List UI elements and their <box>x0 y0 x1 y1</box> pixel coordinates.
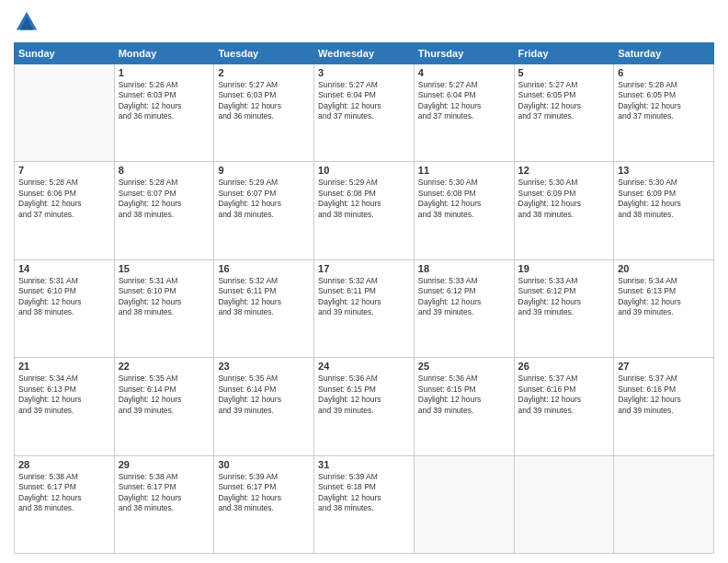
cell-info: Sunrise: 5:31 AM Sunset: 6:10 PM Dayligh… <box>119 276 210 318</box>
calendar-week-4: 28Sunrise: 5:38 AM Sunset: 6:17 PM Dayli… <box>15 455 714 553</box>
calendar-cell: 14Sunrise: 5:31 AM Sunset: 6:10 PM Dayli… <box>15 259 115 357</box>
cell-info: Sunrise: 5:32 AM Sunset: 6:11 PM Dayligh… <box>318 276 410 318</box>
calendar-cell: 31Sunrise: 5:39 AM Sunset: 6:18 PM Dayli… <box>314 455 415 553</box>
calendar-cell <box>614 455 714 553</box>
cell-info: Sunrise: 5:31 AM Sunset: 6:10 PM Dayligh… <box>18 276 110 318</box>
cell-day-number: 25 <box>418 361 510 372</box>
cell-info: Sunrise: 5:28 AM Sunset: 6:06 PM Dayligh… <box>18 178 110 220</box>
calendar-cell: 20Sunrise: 5:34 AM Sunset: 6:13 PM Dayli… <box>614 259 714 357</box>
cell-day-number: 13 <box>618 165 710 176</box>
calendar-cell: 25Sunrise: 5:36 AM Sunset: 6:15 PM Dayli… <box>414 358 514 455</box>
cell-day-number: 31 <box>318 459 410 470</box>
day-header-saturday: Saturday <box>614 43 714 64</box>
calendar-cell: 24Sunrise: 5:36 AM Sunset: 6:15 PM Dayli… <box>314 358 415 455</box>
cell-day-number: 26 <box>518 361 610 372</box>
cell-day-number: 22 <box>119 361 210 372</box>
cell-info: Sunrise: 5:27 AM Sunset: 6:04 PM Dayligh… <box>418 80 510 122</box>
cell-info: Sunrise: 5:33 AM Sunset: 6:12 PM Dayligh… <box>418 276 510 318</box>
cell-day-number: 9 <box>218 165 310 176</box>
day-header-thursday: Thursday <box>414 43 514 64</box>
calendar-cell: 28Sunrise: 5:38 AM Sunset: 6:17 PM Dayli… <box>15 455 115 553</box>
calendar-cell: 23Sunrise: 5:35 AM Sunset: 6:14 PM Dayli… <box>214 358 314 455</box>
cell-day-number: 28 <box>18 459 110 470</box>
calendar-cell: 11Sunrise: 5:30 AM Sunset: 6:08 PM Dayli… <box>414 162 514 259</box>
calendar-cell: 1Sunrise: 5:26 AM Sunset: 6:03 PM Daylig… <box>114 64 214 162</box>
calendar-cell: 13Sunrise: 5:30 AM Sunset: 6:09 PM Dayli… <box>614 162 714 259</box>
calendar-cell: 29Sunrise: 5:38 AM Sunset: 6:17 PM Dayli… <box>114 455 214 553</box>
cell-day-number: 17 <box>318 263 410 274</box>
cell-info: Sunrise: 5:34 AM Sunset: 6:13 PM Dayligh… <box>618 276 710 318</box>
calendar-cell: 4Sunrise: 5:27 AM Sunset: 6:04 PM Daylig… <box>414 64 514 162</box>
cell-day-number: 5 <box>518 67 610 78</box>
calendar-cell: 21Sunrise: 5:34 AM Sunset: 6:13 PM Dayli… <box>15 358 115 455</box>
cell-info: Sunrise: 5:29 AM Sunset: 6:07 PM Dayligh… <box>218 178 310 220</box>
cell-day-number: 2 <box>218 67 310 78</box>
cell-info: Sunrise: 5:35 AM Sunset: 6:14 PM Dayligh… <box>119 373 210 416</box>
logo <box>14 9 43 35</box>
cell-day-number: 11 <box>418 165 510 176</box>
cell-info: Sunrise: 5:27 AM Sunset: 6:05 PM Dayligh… <box>518 80 610 122</box>
cell-info: Sunrise: 5:36 AM Sunset: 6:15 PM Dayligh… <box>418 373 510 416</box>
calendar-week-2: 14Sunrise: 5:31 AM Sunset: 6:10 PM Dayli… <box>15 259 714 357</box>
cell-info: Sunrise: 5:27 AM Sunset: 6:03 PM Dayligh… <box>218 80 310 122</box>
day-header-sunday: Sunday <box>15 43 115 64</box>
cell-day-number: 20 <box>618 263 710 274</box>
cell-day-number: 4 <box>418 67 510 78</box>
cell-info: Sunrise: 5:37 AM Sunset: 6:16 PM Dayligh… <box>518 373 610 416</box>
cell-info: Sunrise: 5:39 AM Sunset: 6:17 PM Dayligh… <box>218 472 310 514</box>
cell-info: Sunrise: 5:28 AM Sunset: 6:07 PM Dayligh… <box>119 178 210 220</box>
cell-day-number: 7 <box>18 165 110 176</box>
calendar-header-row: SundayMondayTuesdayWednesdayThursdayFrid… <box>15 43 714 64</box>
cell-day-number: 18 <box>418 263 510 274</box>
cell-day-number: 8 <box>119 165 210 176</box>
calendar-week-1: 7Sunrise: 5:28 AM Sunset: 6:06 PM Daylig… <box>15 162 714 259</box>
calendar-cell: 18Sunrise: 5:33 AM Sunset: 6:12 PM Dayli… <box>414 259 514 357</box>
calendar-cell: 3Sunrise: 5:27 AM Sunset: 6:04 PM Daylig… <box>314 64 415 162</box>
cell-day-number: 6 <box>618 67 710 78</box>
calendar-cell <box>414 455 514 553</box>
calendar-cell: 12Sunrise: 5:30 AM Sunset: 6:09 PM Dayli… <box>514 162 614 259</box>
cell-day-number: 19 <box>518 263 610 274</box>
day-header-tuesday: Tuesday <box>214 43 314 64</box>
cell-day-number: 21 <box>18 361 110 372</box>
cell-info: Sunrise: 5:38 AM Sunset: 6:17 PM Dayligh… <box>18 472 110 514</box>
cell-day-number: 1 <box>119 67 210 78</box>
calendar-cell: 6Sunrise: 5:28 AM Sunset: 6:05 PM Daylig… <box>614 64 714 162</box>
cell-info: Sunrise: 5:30 AM Sunset: 6:09 PM Dayligh… <box>618 178 710 220</box>
cell-info: Sunrise: 5:30 AM Sunset: 6:08 PM Dayligh… <box>418 178 510 220</box>
calendar-table: SundayMondayTuesdayWednesdayThursdayFrid… <box>14 42 714 554</box>
cell-day-number: 10 <box>318 165 410 176</box>
cell-info: Sunrise: 5:26 AM Sunset: 6:03 PM Dayligh… <box>119 80 210 122</box>
cell-day-number: 14 <box>18 263 110 274</box>
cell-day-number: 30 <box>218 459 310 470</box>
logo-icon <box>14 9 40 35</box>
cell-info: Sunrise: 5:36 AM Sunset: 6:15 PM Dayligh… <box>318 373 410 416</box>
calendar-week-3: 21Sunrise: 5:34 AM Sunset: 6:13 PM Dayli… <box>15 358 714 455</box>
cell-info: Sunrise: 5:32 AM Sunset: 6:11 PM Dayligh… <box>218 276 310 318</box>
cell-day-number: 12 <box>518 165 610 176</box>
day-header-monday: Monday <box>114 43 214 64</box>
cell-info: Sunrise: 5:37 AM Sunset: 6:16 PM Dayligh… <box>618 373 710 416</box>
header <box>14 9 714 35</box>
cell-day-number: 3 <box>318 67 410 78</box>
calendar-cell: 10Sunrise: 5:29 AM Sunset: 6:08 PM Dayli… <box>314 162 415 259</box>
calendar-cell: 8Sunrise: 5:28 AM Sunset: 6:07 PM Daylig… <box>114 162 214 259</box>
calendar-cell: 16Sunrise: 5:32 AM Sunset: 6:11 PM Dayli… <box>214 259 314 357</box>
calendar-cell: 19Sunrise: 5:33 AM Sunset: 6:12 PM Dayli… <box>514 259 614 357</box>
calendar-cell: 7Sunrise: 5:28 AM Sunset: 6:06 PM Daylig… <box>15 162 115 259</box>
calendar-week-0: 1Sunrise: 5:26 AM Sunset: 6:03 PM Daylig… <box>15 64 714 162</box>
cell-day-number: 29 <box>119 459 210 470</box>
cell-day-number: 23 <box>218 361 310 372</box>
cell-info: Sunrise: 5:39 AM Sunset: 6:18 PM Dayligh… <box>318 472 410 514</box>
calendar-cell: 17Sunrise: 5:32 AM Sunset: 6:11 PM Dayli… <box>314 259 415 357</box>
cell-info: Sunrise: 5:35 AM Sunset: 6:14 PM Dayligh… <box>218 373 310 416</box>
calendar-cell: 30Sunrise: 5:39 AM Sunset: 6:17 PM Dayli… <box>214 455 314 553</box>
cell-day-number: 16 <box>218 263 310 274</box>
calendar-cell: 22Sunrise: 5:35 AM Sunset: 6:14 PM Dayli… <box>114 358 214 455</box>
day-header-friday: Friday <box>514 43 614 64</box>
calendar-cell <box>15 64 115 162</box>
calendar-cell <box>514 455 614 553</box>
cell-day-number: 24 <box>318 361 410 372</box>
calendar-cell: 26Sunrise: 5:37 AM Sunset: 6:16 PM Dayli… <box>514 358 614 455</box>
calendar-cell: 2Sunrise: 5:27 AM Sunset: 6:03 PM Daylig… <box>214 64 314 162</box>
